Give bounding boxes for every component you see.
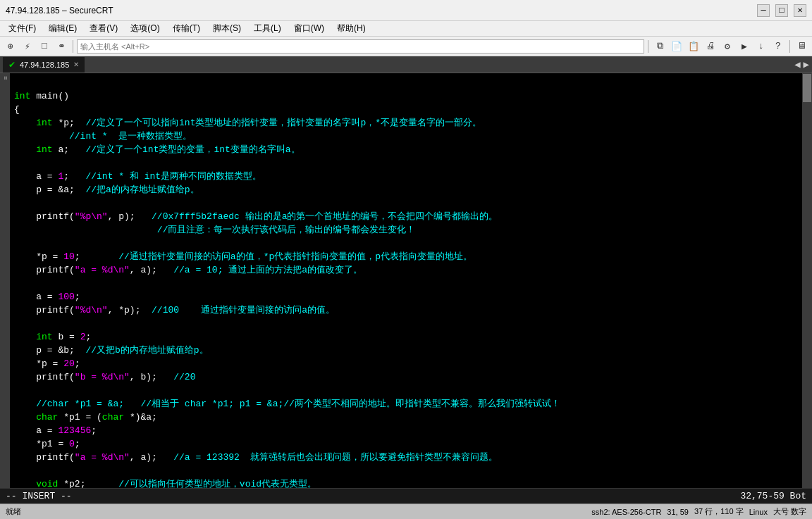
os-info: Linux (749, 508, 768, 516)
title-controls: ─ □ ✕ (757, 4, 806, 17)
menu-item-选项o[interactable]: 选项(O) (125, 21, 165, 36)
toolbar-help[interactable]: ? (770, 39, 786, 54)
toolbar-monitor[interactable]: 🖥 (794, 39, 809, 54)
menu-bar: 文件(F)编辑(E)查看(V)选项(O)传输(T)脚本(S)工具(L)窗口(W)… (0, 21, 812, 37)
toolbar-script[interactable]: 📋 (686, 39, 701, 54)
line-info: 37 行，110 字 (694, 506, 744, 517)
terminal[interactable]: int main() { int *p; //定义了一个可以指向int类型地址的… (10, 73, 802, 488)
toolbar-link[interactable]: ⚭ (54, 39, 69, 54)
close-button[interactable]: ✕ (794, 4, 806, 17)
tab-navigation: ◀ ▶ (794, 58, 809, 70)
toolbar-sep3 (789, 40, 790, 53)
bottom-bar: 就绪 ssh2: AES-256-CTR 31, 59 37 行，110 字 L… (0, 504, 812, 519)
vim-position: 32,75-59 Bot (740, 491, 806, 501)
menu-item-查看v[interactable]: 查看(V) (84, 21, 123, 36)
toolbar-print[interactable]: 🖨 (703, 39, 718, 54)
scrollbar[interactable] (802, 73, 812, 488)
vim-mode: -- INSERT -- (6, 491, 740, 501)
menu-item-编辑e[interactable]: 编辑(E) (43, 21, 82, 36)
toolbar-download[interactable]: ↓ (753, 39, 769, 54)
address-input[interactable] (77, 39, 644, 54)
menu-item-脚本s[interactable]: 脚本(S) (207, 21, 247, 36)
toolbar-sep1 (73, 40, 73, 53)
left-side-panel: ≡ (0, 73, 10, 488)
tab-bar: ✔ 47.94.128.185 ✕ ◀ ▶ (0, 56, 812, 73)
tab-check-icon: ✔ (8, 60, 16, 70)
side-button-1[interactable]: ≡ (1, 76, 8, 80)
menu-item-帮助h[interactable]: 帮助(H) (331, 21, 371, 36)
encryption-info: ssh2: AES-256-CTR (591, 508, 661, 516)
title-text: 47.94.128.185 – SecureCRT (6, 6, 113, 15)
title-bar: 47.94.128.185 – SecureCRT ─ □ ✕ (0, 0, 812, 21)
tab-active[interactable]: ✔ 47.94.128.185 ✕ (3, 57, 85, 73)
vim-status-bar: -- INSERT -- 32,75-59 Bot (0, 488, 812, 504)
toolbar-copy[interactable]: □ (37, 39, 52, 54)
tab-close-button[interactable]: ✕ (73, 61, 79, 68)
toolbar-doc[interactable]: 📄 (669, 39, 684, 54)
scroll-thumb[interactable] (803, 74, 811, 102)
toolbar-sep2 (648, 40, 648, 53)
ready-status: 就绪 (6, 506, 21, 517)
cursor-position: 31, 59 (667, 508, 689, 516)
tab-next-icon[interactable]: ▶ (804, 58, 809, 70)
toolbar-pages[interactable]: ⧉ (652, 39, 668, 54)
bottom-left: 就绪 (6, 506, 21, 517)
menu-item-文件f[interactable]: 文件(F) (3, 21, 42, 36)
menu-item-窗口w[interactable]: 窗口(W) (288, 21, 330, 36)
tab-label: 47.94.128.185 (20, 61, 69, 69)
toolbar-new[interactable]: ⊕ (3, 39, 18, 54)
toolbar-gear[interactable]: ⚙ (720, 39, 735, 54)
tab-prev-icon[interactable]: ◀ (794, 58, 800, 70)
terminal-content: int main() { int *p; //定义了一个可以指向int类型地址的… (14, 76, 798, 488)
menu-item-传输t[interactable]: 传输(T) (167, 21, 206, 36)
toolbar-flash[interactable]: ⚡ (20, 39, 35, 54)
minimize-button[interactable]: ─ (757, 4, 770, 17)
toolbar: ⊕ ⚡ □ ⚭ ⧉ 📄 📋 🖨 ⚙ ▶ ↓ ? 🖥 (0, 37, 812, 56)
maximize-button[interactable]: □ (775, 4, 788, 17)
bottom-right: ssh2: AES-256-CTR 31, 59 37 行，110 字 Linu… (591, 506, 806, 517)
menu-item-工具l[interactable]: 工具(L) (248, 21, 287, 36)
font-info: 大号 数字 (773, 506, 806, 517)
toolbar-play[interactable]: ▶ (737, 39, 752, 54)
